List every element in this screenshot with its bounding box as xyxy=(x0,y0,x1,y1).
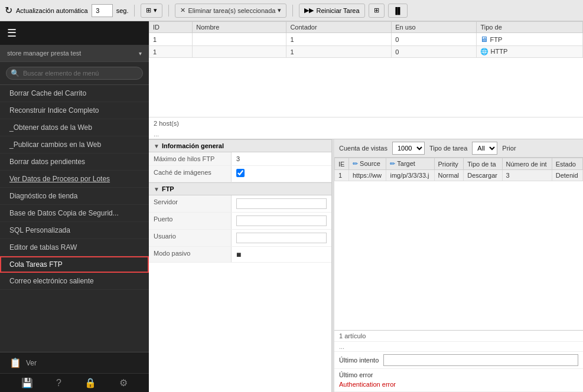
col-contador: Contador xyxy=(286,22,392,33)
store-chevron-icon: ▾ xyxy=(139,50,142,57)
max-hilos-label: Máximo de hilos FTP xyxy=(149,152,232,165)
puerto-row: Puerto xyxy=(149,213,331,230)
max-hilos-value: 3 xyxy=(232,152,331,165)
ftp-icon: 🖥 xyxy=(480,35,488,44)
modo-pasivo-checkbox[interactable]: ■ xyxy=(236,250,241,259)
row1-contador: 1 xyxy=(286,33,392,46)
sidebar-item-borrar-datos[interactable]: Borrar datos pendientes xyxy=(0,153,149,171)
close-icon: ✕ xyxy=(180,6,185,14)
tasks-filter-bar: Cuenta de vistas 1000 Tipo de tarea All … xyxy=(334,139,583,158)
edit-target-icon: ✏ xyxy=(390,160,395,167)
col-numero: Número de int xyxy=(502,158,552,170)
cuenta-label: Cuenta de vistas xyxy=(339,145,387,152)
cuenta-select[interactable]: 1000 xyxy=(392,142,425,155)
right-panel: ID Nombre Contador En uso Tipo de 1 1 0 xyxy=(149,21,583,392)
columns-button[interactable]: ▐▌ xyxy=(388,4,408,18)
sidebar-item-editor[interactable]: Editor de tablas RAW xyxy=(0,239,149,256)
help-icon[interactable]: ? xyxy=(56,378,61,388)
reiniciar-button[interactable]: ▶▶ Reiniciar Tarea xyxy=(299,4,364,18)
row2-tipo: 🌐 HTTP xyxy=(477,46,583,58)
sidebar-item-diagnostico[interactable]: Diagnóstico de tienda xyxy=(0,188,149,205)
sidebar-header: ☰ xyxy=(0,21,149,45)
hamburger-icon[interactable]: ☰ xyxy=(7,27,17,40)
row2-id: 1 xyxy=(149,46,193,58)
cache-row: Caché de imágenes xyxy=(149,166,331,182)
usuario-value xyxy=(232,230,331,246)
auto-update-input[interactable] xyxy=(92,4,113,17)
delete-button[interactable]: ✕ Eliminar tarea(s) seleccionada ▾ xyxy=(175,4,286,18)
col-id: ID xyxy=(149,22,193,33)
col-tipo: Tipo de xyxy=(477,22,583,33)
ultimo-error-label: Último error xyxy=(339,371,578,378)
delete-dropdown-icon: ▾ xyxy=(278,6,281,14)
task-id: 1 xyxy=(335,170,349,181)
ver-icon: 📋 xyxy=(9,357,21,368)
ultimo-intento-row: Último intento xyxy=(334,352,583,369)
row2-contador: 1 xyxy=(286,46,392,58)
sidebar-item-base-datos[interactable]: Base de Datos Copia de Segurid... xyxy=(0,205,149,222)
settings-icon[interactable]: ⚙ xyxy=(119,377,128,388)
tipo-tarea-label: Tipo de tarea xyxy=(429,145,467,152)
refresh-button[interactable]: ↻ xyxy=(5,5,12,16)
col-tipo-ta: Tipo de ta xyxy=(464,158,502,170)
separator1 xyxy=(134,5,135,17)
table-row[interactable]: 1 1 0 🖥 FTP xyxy=(149,33,583,46)
ultimo-intento-label: Último intento xyxy=(339,357,379,364)
forward-icon: ▶▶ xyxy=(304,6,314,14)
separator2 xyxy=(168,5,169,17)
cache-label: Caché de imágenes xyxy=(149,166,232,182)
sidebar-item-ver-datos[interactable]: Ver Datos de Proceso por Lotes xyxy=(0,171,149,188)
puerto-label: Puerto xyxy=(149,213,232,229)
task-tipo: Descargar xyxy=(464,170,502,181)
sidebar-item-sql[interactable]: SQL Personalizada xyxy=(0,222,149,239)
grid2-button[interactable]: ⊞ xyxy=(369,4,385,18)
edit-source-icon: ✏ xyxy=(353,160,358,167)
tipo-select[interactable]: All xyxy=(472,142,497,155)
tasks-ellipsis: ... xyxy=(334,342,583,352)
search-input[interactable] xyxy=(6,67,143,80)
usuario-label: Usuario xyxy=(149,230,232,246)
table-row[interactable]: 1 1 0 🌐 HTTP xyxy=(149,46,583,58)
grid-icon-button[interactable]: ⊞ ▾ xyxy=(141,4,162,18)
ftp-title: FTP xyxy=(162,185,174,192)
ftp-section-header[interactable]: ▼ FTP xyxy=(149,182,331,195)
ver-label: Ver xyxy=(26,359,37,367)
cache-checkbox[interactable] xyxy=(236,169,245,177)
row1-nombre xyxy=(193,33,286,46)
grid-icon: ⊞ xyxy=(146,6,151,14)
sidebar-item-borrar-cache[interactable]: Borrar Cache del Carrito xyxy=(0,85,149,102)
servidor-value xyxy=(232,195,331,212)
col-estado: Estado xyxy=(552,158,582,170)
sidebar-item-reconstruir[interactable]: Reconstruir Indice Completo xyxy=(0,102,149,119)
puerto-value xyxy=(232,213,331,229)
sidebar-item-cola-tareas[interactable]: Cola Tareas FTP xyxy=(0,256,149,273)
toggle-ftp-icon: ▼ xyxy=(154,186,159,192)
puerto-input[interactable] xyxy=(236,215,327,226)
row1-en-uso: 0 xyxy=(392,33,477,46)
save-icon[interactable]: 💾 xyxy=(21,377,33,388)
modo-pasivo-value: ■ xyxy=(232,247,331,262)
task-priority: Normal xyxy=(434,170,464,181)
task-numero: 3 xyxy=(502,170,552,181)
servidor-input[interactable] xyxy=(236,198,327,209)
menu-items: Borrar Cache del Carrito Reconstruir Ind… xyxy=(0,85,149,352)
sidebar: ☰ store manager presta test ▾ 🔍 Borrar C… xyxy=(0,21,149,392)
seg-label: seg. xyxy=(116,7,129,14)
modo-pasivo-row: Modo pasivo ■ xyxy=(149,247,331,263)
store-selector[interactable]: store manager presta test ▾ xyxy=(0,45,149,62)
sidebar-item-obtener-datos[interactable]: _Obtener datos de la Web xyxy=(0,119,149,136)
table-row[interactable]: 1 https://ww img/p/3/3/33.j Normal Desca… xyxy=(335,170,583,181)
task-target: img/p/3/3/33.j xyxy=(386,170,434,181)
ultimo-intento-input[interactable] xyxy=(383,354,578,366)
col-nombre: Nombre xyxy=(193,22,286,33)
store-name-label: store manager presta test xyxy=(7,50,81,57)
general-section-header[interactable]: ▼ Información general xyxy=(149,139,331,152)
sidebar-item-publicar[interactable]: _Publicar cambios en la Web xyxy=(0,136,149,153)
tasks-table-container: IE ✏ Source ✏ Target Priority xyxy=(334,158,583,330)
toggle-general-icon: ▼ xyxy=(154,143,159,149)
lock-icon[interactable]: 🔒 xyxy=(84,377,96,388)
usuario-input[interactable] xyxy=(236,233,327,243)
http-icon: 🌐 xyxy=(480,48,488,55)
servidor-label: Servidor xyxy=(149,195,232,212)
sidebar-item-correo[interactable]: Correo electrónico saliente xyxy=(0,273,149,290)
